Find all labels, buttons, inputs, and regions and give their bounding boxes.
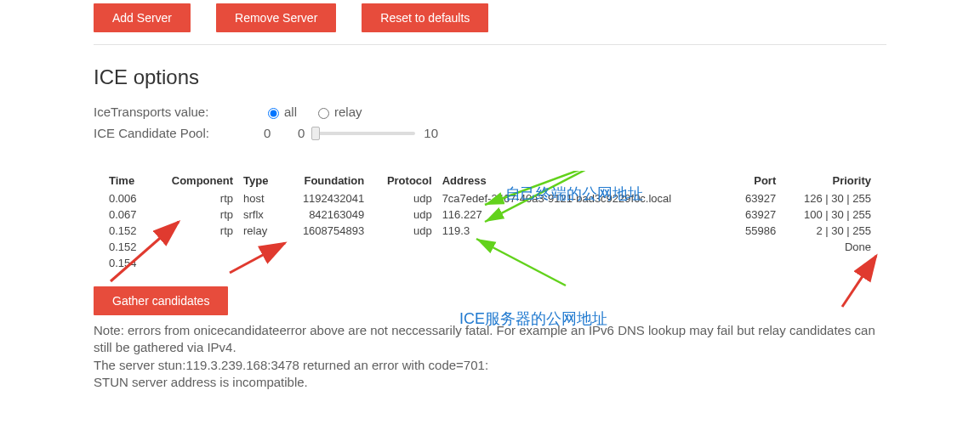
cell-component: rtp — [151, 190, 238, 207]
cell-address: 7ca7edef-2467-40a3-9121-bad3c9229f0c.loc… — [437, 190, 732, 207]
cell-foundation: 842163049 — [282, 207, 369, 223]
col-address: Address — [437, 171, 732, 190]
ice-pool-max: 10 — [424, 126, 438, 140]
ice-transports-row: IceTransports value: all relay — [94, 105, 886, 119]
cell-address — [437, 239, 732, 255]
cell-port: 63927 — [731, 207, 781, 223]
table-row: 0.067 rtp srflx 842163049 udp 116.227 63… — [104, 207, 876, 223]
col-type: Type — [238, 171, 282, 190]
radio-all-input[interactable] — [268, 108, 279, 119]
cell-priority — [781, 255, 876, 271]
cell-priority: 100 | 30 | 255 — [781, 207, 876, 223]
cell-protocol: udp — [369, 223, 436, 239]
cell-port: 63927 — [731, 190, 781, 207]
cell-foundation — [282, 239, 369, 255]
cell-component — [151, 239, 238, 255]
reset-defaults-button[interactable]: Reset to defaults — [362, 3, 488, 32]
cell-time: 0.067 — [104, 207, 151, 223]
candidates-tbody: 0.006 rtp host 1192432041 udp 7ca7edef-2… — [104, 190, 876, 271]
cell-foundation — [282, 255, 369, 271]
note-line-3: STUN server address is incompatible. — [94, 375, 308, 389]
candidates-table-wrap: Time Component Type Foundation Protocol … — [94, 171, 886, 271]
ice-pool-slider[interactable] — [313, 132, 415, 135]
cell-type — [238, 255, 282, 271]
ice-candidate-pool-row: ICE Candidate Pool: 0 0 10 — [94, 126, 886, 140]
ice-transports-all-radio[interactable]: all — [264, 105, 297, 119]
col-component: Component — [151, 171, 238, 190]
cell-address: 116.227 — [437, 207, 732, 223]
cell-priority: 2 | 30 | 255 — [781, 223, 876, 239]
col-port: Port — [731, 171, 781, 190]
table-header-row: Time Component Type Foundation Protocol … — [104, 171, 876, 190]
note-line-2: The server stun:119.3.239.168:3478 retur… — [94, 358, 488, 372]
table-row: 0.152 rtp relay 1608754893 udp 119.3 559… — [104, 223, 876, 239]
col-time: Time — [104, 171, 151, 190]
col-protocol: Protocol — [369, 171, 436, 190]
table-row: 0.152 Done — [104, 239, 876, 255]
ice-pool-min: 0 — [298, 126, 305, 140]
cell-address — [437, 255, 732, 271]
cell-port — [731, 239, 781, 255]
ice-pool-slider-thumb[interactable] — [311, 127, 320, 140]
candidates-table: Time Component Type Foundation Protocol … — [104, 171, 876, 271]
radio-relay-input[interactable] — [318, 108, 329, 119]
gather-candidates-button[interactable]: Gather candidates — [94, 286, 228, 315]
cell-component: rtp — [151, 223, 238, 239]
ice-pool-label: ICE Candidate Pool: — [94, 126, 264, 140]
ice-transports-label: IceTransports value: — [94, 105, 264, 119]
cell-time: 0.152 — [104, 223, 151, 239]
server-button-row: Add Server Remove Server Reset to defaul… — [94, 0, 886, 45]
cell-protocol — [369, 255, 436, 271]
col-priority: Priority — [781, 171, 876, 190]
cell-priority: Done — [781, 239, 876, 255]
cell-protocol: udp — [369, 207, 436, 223]
cell-time: 0.154 — [104, 255, 151, 271]
cell-type: relay — [238, 223, 282, 239]
cell-type: host — [238, 190, 282, 207]
note-text: Note: errors from onicecandidateerror ab… — [94, 322, 886, 391]
cell-time: 0.152 — [104, 239, 151, 255]
remove-server-button[interactable]: Remove Server — [216, 3, 336, 32]
cell-component — [151, 255, 238, 271]
ice-pool-value: 0 — [264, 126, 298, 140]
cell-address: 119.3 — [437, 223, 732, 239]
cell-protocol — [369, 239, 436, 255]
cell-port: 55986 — [731, 223, 781, 239]
cell-foundation: 1608754893 — [282, 223, 369, 239]
cell-priority: 126 | 30 | 255 — [781, 190, 876, 207]
radio-all-label: all — [284, 105, 297, 119]
cell-time: 0.006 — [104, 190, 151, 207]
table-row: 0.006 rtp host 1192432041 udp 7ca7edef-2… — [104, 190, 876, 207]
col-foundation: Foundation — [282, 171, 369, 190]
radio-relay-label: relay — [334, 105, 362, 119]
cell-component: rtp — [151, 207, 238, 223]
cell-foundation: 1192432041 — [282, 190, 369, 207]
note-line-1: Note: errors from onicecandidateerror ab… — [94, 323, 875, 354]
cell-port — [731, 255, 781, 271]
cell-type — [238, 239, 282, 255]
add-server-button[interactable]: Add Server — [94, 3, 191, 32]
ice-options-heading: ICE options — [94, 65, 886, 89]
cell-protocol: udp — [369, 190, 436, 207]
ice-transports-relay-radio[interactable]: relay — [314, 105, 362, 119]
table-row: 0.154 — [104, 255, 876, 271]
cell-type: srflx — [238, 207, 282, 223]
